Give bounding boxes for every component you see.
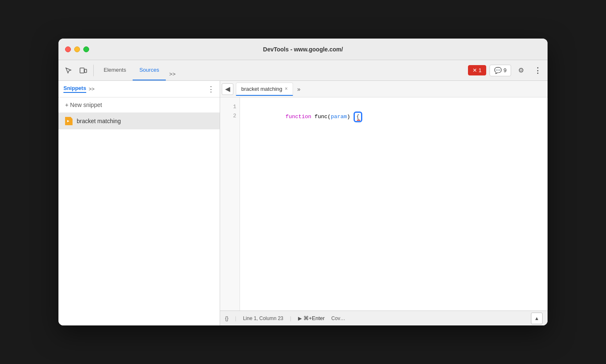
coverage-label: Cov… [331, 315, 345, 321]
devtools-toolbar: Elements Sources >> ✕ 1 💬 9 ⚙ ⋮ [58, 60, 548, 81]
device-toggle-icon[interactable] [77, 64, 90, 77]
new-snippet-button[interactable]: + New snippet [58, 97, 220, 113]
maximize-button[interactable] [83, 46, 89, 52]
collapse-sidebar-button[interactable]: ◀ [222, 83, 233, 95]
traffic-lights [65, 46, 89, 52]
title-bar: DevTools - www.google.com/ [58, 39, 548, 60]
more-tabs-button[interactable]: >> [166, 67, 179, 80]
window-title: DevTools - www.google.com/ [263, 46, 343, 53]
code-line-2 [247, 112, 541, 121]
settings-icon[interactable]: ⚙ [514, 64, 528, 77]
toolbar-tabs: Elements Sources >> [97, 60, 466, 80]
format-icon[interactable]: {} [225, 315, 228, 321]
message-badge[interactable]: 💬 9 [490, 65, 511, 76]
editor-area: ◀ bracket matching × » 1 2 function func… [220, 81, 548, 325]
close-tab-button[interactable]: × [285, 86, 288, 91]
error-badge[interactable]: ✕ 1 [468, 65, 486, 75]
svg-rect-1 [85, 69, 87, 73]
tab-sources[interactable]: Sources [133, 60, 166, 80]
toolbar-more: ✕ 1 💬 9 ⚙ ⋮ [468, 64, 544, 77]
more-options-icon[interactable]: ⋮ [531, 64, 544, 77]
sidebar-title: Snippets [63, 85, 86, 93]
console-drawer-button[interactable]: ▲ [531, 313, 543, 324]
editor-tabs: ◀ bracket matching × » [220, 81, 548, 97]
line-numbers: 1 2 [220, 97, 240, 311]
sidebar-header: Snippets >> ⋮ [58, 81, 220, 97]
snippet-file-icon [65, 117, 73, 125]
close-button[interactable] [65, 46, 71, 52]
message-icon: 💬 [494, 67, 502, 74]
sidebar-menu-button[interactable]: ⋮ [207, 85, 215, 94]
inspector-icon[interactable] [62, 64, 75, 77]
tab-elements[interactable]: Elements [97, 60, 133, 80]
minimize-button[interactable] [74, 46, 80, 52]
devtools-main: Snippets >> ⋮ + New snippet bracket matc… [58, 81, 548, 325]
editor-tab-bracket-matching[interactable]: bracket matching × [236, 83, 293, 96]
status-bar: {} | Line 1, Column 23 | ▶ ⌘+Enter Cov… … [220, 311, 548, 325]
error-icon: ✕ [473, 67, 477, 73]
devtools-window: DevTools - www.google.com/ Elements Sour… [58, 39, 548, 325]
code-editor[interactable]: 1 2 function func(param) { [220, 97, 548, 311]
snippet-item-bracket-matching[interactable]: bracket matching [58, 113, 220, 129]
svg-rect-0 [80, 68, 84, 73]
code-line-1: function func(param) { [247, 102, 541, 112]
toolbar-divider [93, 65, 94, 76]
sidebar: Snippets >> ⋮ + New snippet bracket matc… [58, 81, 220, 325]
more-editor-tabs-button[interactable]: » [294, 84, 304, 94]
sidebar-more-button[interactable]: >> [89, 86, 95, 92]
cursor-position: Line 1, Column 23 [243, 315, 283, 321]
code-content[interactable]: function func(param) { [240, 97, 548, 311]
run-snippet-button[interactable]: ▶ ⌘+Enter [298, 315, 325, 321]
